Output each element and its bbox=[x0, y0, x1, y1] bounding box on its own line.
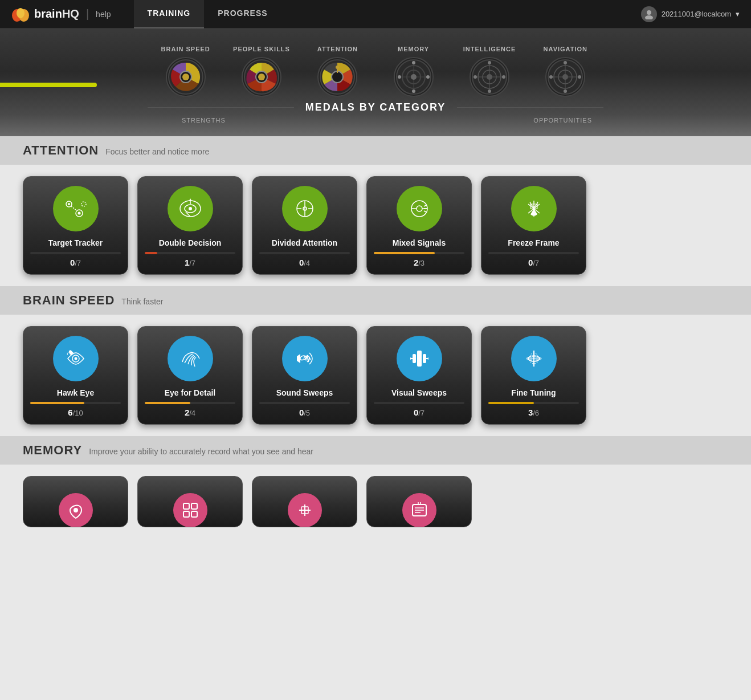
brain-speed-header: BRAIN SPEED Think faster bbox=[0, 286, 751, 315]
freeze-frame-progress-bar bbox=[488, 252, 579, 254]
divided-attention-progress-bar bbox=[259, 252, 350, 254]
medals-line-right bbox=[457, 107, 603, 108]
game-card-hawk-eye[interactable]: Hawk Eye 6/10 bbox=[23, 326, 128, 425]
mixed-signals-score: 2/3 bbox=[414, 258, 425, 267]
tab-training[interactable]: TRAINING bbox=[134, 0, 205, 29]
attention-subtitle: Focus better and notice more bbox=[105, 147, 209, 156]
double-decision-progress-fill bbox=[145, 252, 157, 254]
game-card-sound-sweeps[interactable]: Sound Sweeps 0/5 bbox=[252, 326, 357, 425]
double-decision-score: 1/7 bbox=[185, 258, 195, 267]
svg-marker-74 bbox=[426, 357, 428, 360]
mixed-signals-progress-bar bbox=[374, 252, 464, 254]
hawk-eye-icon-circle bbox=[53, 336, 99, 381]
medals-section: BRAIN SPEED PEOPLE SKILLS bbox=[34, 46, 717, 113]
medal-circle-people-skills bbox=[242, 57, 281, 97]
svg-point-46 bbox=[68, 203, 70, 205]
game-card-freeze-frame[interactable]: Freeze Frame 0/7 bbox=[481, 176, 586, 275]
eye-for-detail-icon-circle bbox=[168, 336, 213, 381]
hawk-eye-score: 6/10 bbox=[68, 408, 83, 417]
svg-point-31 bbox=[488, 89, 491, 93]
memory-icon-2 bbox=[180, 500, 201, 520]
svg-point-3 bbox=[647, 10, 651, 15]
brain-speed-subtitle: Think faster bbox=[121, 297, 163, 306]
medals-title-row: MEDALS BY CATEGORY STRENGTHS OPPORTUNITI… bbox=[148, 101, 603, 113]
medal-category-intelligence[interactable]: INTELLIGENCE bbox=[451, 46, 527, 97]
target-tracker-progress-bar bbox=[30, 252, 121, 254]
svg-point-43 bbox=[578, 75, 581, 79]
svg-point-69 bbox=[74, 357, 77, 360]
eye-for-detail-score: 2/4 bbox=[185, 408, 195, 417]
opportunities-label: OPPORTUNITIES bbox=[533, 117, 592, 124]
memory-icon-4 bbox=[409, 500, 430, 520]
double-decision-icon bbox=[178, 196, 203, 221]
freeze-frame-icon bbox=[521, 196, 546, 221]
brain-speed-games-grid: Hawk Eye 6/10 Eye for Detail bbox=[0, 315, 751, 436]
medal-category-attention[interactable]: ATTENTION bbox=[300, 46, 376, 97]
memory-game-card-2[interactable] bbox=[137, 476, 243, 527]
medal-label-intelligence: INTELLIGENCE bbox=[463, 46, 516, 52]
svg-point-4 bbox=[645, 15, 653, 19]
eye-for-detail-progress-fill bbox=[145, 402, 190, 404]
fine-tuning-progress-bar bbox=[488, 402, 579, 404]
medal-circle-memory bbox=[394, 57, 434, 97]
user-avatar-icon bbox=[641, 6, 657, 22]
svg-point-32 bbox=[474, 75, 477, 79]
hawk-eye-name: Hawk Eye bbox=[57, 388, 94, 397]
logo[interactable]: brainHQ bbox=[11, 5, 79, 23]
user-area[interactable]: 20211001@localcom ▾ bbox=[641, 6, 740, 22]
divided-attention-icon-circle bbox=[282, 186, 328, 231]
svg-line-65 bbox=[424, 205, 426, 206]
medal-category-navigation[interactable]: NAVIGATION bbox=[528, 46, 603, 97]
svg-point-20 bbox=[412, 61, 415, 64]
svg-point-23 bbox=[426, 75, 430, 79]
memory-game-card-3[interactable] bbox=[252, 476, 357, 527]
target-tracker-icon-circle bbox=[53, 186, 99, 231]
help-link[interactable]: help bbox=[96, 10, 111, 19]
memory-section: MEMORY Improve your ability to accuratel… bbox=[0, 436, 751, 539]
mixed-signals-name: Mixed Signals bbox=[393, 238, 446, 247]
game-card-target-tracker[interactable]: Target Tracker 0/7 bbox=[23, 176, 128, 275]
dropdown-arrow[interactable]: ▾ bbox=[736, 10, 740, 18]
hero-section: BRAIN SPEED PEOPLE SKILLS bbox=[0, 29, 751, 136]
svg-point-62 bbox=[417, 206, 422, 211]
svg-rect-71 bbox=[413, 354, 416, 363]
tab-progress[interactable]: PROGRESS bbox=[204, 0, 281, 29]
svg-marker-73 bbox=[410, 357, 413, 360]
brain-speed-section: BRAIN SPEED Think faster Hawk Eye 6/10 bbox=[0, 286, 751, 436]
fine-tuning-progress-fill bbox=[488, 402, 534, 404]
header-divider: | bbox=[86, 7, 89, 21]
medal-category-people-skills[interactable]: PEOPLE SKILLS bbox=[223, 46, 299, 97]
game-card-fine-tuning[interactable]: Fine Tuning 3/6 bbox=[481, 326, 586, 425]
svg-point-44 bbox=[562, 74, 568, 80]
game-card-double-decision[interactable]: Double Decision 1/7 bbox=[137, 176, 243, 275]
medal-category-brain-speed[interactable]: BRAIN SPEED bbox=[148, 46, 223, 97]
memory-game-card-4[interactable] bbox=[366, 476, 472, 527]
hawk-eye-icon bbox=[63, 346, 88, 371]
svg-point-21 bbox=[412, 89, 415, 93]
game-card-eye-for-detail[interactable]: Eye for Detail 2/4 bbox=[137, 326, 243, 425]
svg-point-33 bbox=[502, 75, 505, 79]
svg-rect-80 bbox=[191, 503, 197, 509]
svg-rect-82 bbox=[191, 511, 197, 517]
double-decision-name: Double Decision bbox=[159, 238, 222, 247]
game-card-divided-attention[interactable]: Divided Attention 0/4 bbox=[252, 176, 357, 275]
medal-circle-attention bbox=[317, 57, 357, 97]
svg-point-49 bbox=[81, 202, 86, 206]
game-card-visual-sweeps[interactable]: Visual Sweeps 0/7 bbox=[366, 326, 472, 425]
medal-category-memory[interactable]: MEMORY bbox=[376, 46, 451, 97]
visual-sweeps-progress-bar bbox=[374, 402, 464, 404]
logo-icon bbox=[11, 5, 30, 23]
freeze-frame-icon-circle bbox=[511, 186, 557, 231]
sound-sweeps-progress-bar bbox=[259, 402, 350, 404]
svg-point-2 bbox=[17, 8, 25, 18]
memory-game-card-1[interactable] bbox=[23, 476, 128, 527]
person-icon bbox=[644, 9, 654, 19]
strengths-label: STRENGTHS bbox=[182, 117, 226, 124]
svg-point-53 bbox=[189, 207, 192, 210]
svg-point-30 bbox=[488, 61, 491, 64]
eye-for-detail-progress-bar bbox=[145, 402, 235, 404]
game-card-mixed-signals[interactable]: Mixed Signals 2/3 bbox=[366, 176, 472, 275]
svg-point-41 bbox=[564, 89, 567, 93]
visual-sweeps-score: 0/7 bbox=[414, 408, 425, 417]
svg-rect-81 bbox=[183, 511, 189, 517]
